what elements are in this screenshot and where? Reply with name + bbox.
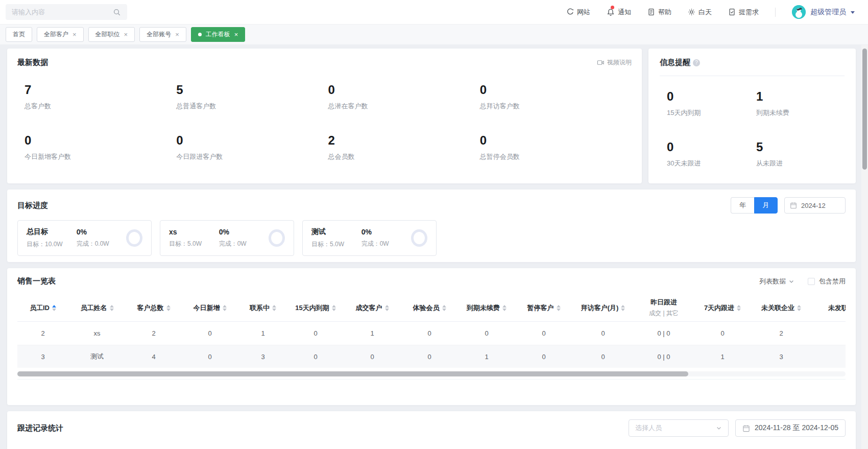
follow-up-stats-title: 跟进记录统计 — [17, 423, 63, 433]
include-disabled-option[interactable]: 包含禁用 — [808, 277, 846, 286]
col-employee-id[interactable]: 员工ID — [17, 303, 68, 313]
latest-stats: 7总客户数 5总普通客户数 0总潜在客户数 0总拜访客户数 0今日新增客户数 0… — [17, 83, 632, 161]
stat-normal-customers: 5总普通客户数 — [176, 83, 328, 111]
stat-never-followed: 5从未跟进 — [756, 140, 846, 168]
toggle-year-button[interactable]: 年 — [731, 197, 754, 214]
nav-website[interactable]: 网站 — [566, 8, 590, 17]
sales-overview-title: 销售一览表 — [17, 276, 56, 286]
user-menu[interactable]: 超级管理员 — [792, 5, 855, 19]
question-icon[interactable]: ? — [693, 59, 700, 66]
progress-ring — [269, 229, 285, 247]
stat-total-members: 2总会员数 — [328, 133, 480, 161]
divider — [660, 76, 845, 76]
search-box[interactable] — [6, 4, 127, 20]
request-doc-icon — [728, 8, 736, 16]
topbar: 网站 通知 帮助 白天 提需求 — [0, 0, 868, 24]
goal-item-test: 测试目标：5.0W 0%完成：0W — [302, 220, 437, 256]
active-dot — [198, 33, 202, 36]
info-reminder-title: 信息提醒 — [660, 58, 690, 67]
close-icon[interactable]: × — [124, 31, 128, 38]
col-paused-customers[interactable]: 暂停客户 — [516, 303, 572, 313]
video-guide-link[interactable]: 视频说明 — [597, 58, 632, 67]
stat-visit-customers: 0总拜访客户数 — [480, 83, 632, 111]
person-select[interactable]: 选择人员 — [629, 419, 729, 437]
goal-progress-card: 目标进度 年 月 2024-12 总目标目标：10.0W 0%完成：0.0W — [7, 190, 856, 262]
col-unposted[interactable]: 未发职 — [811, 303, 846, 313]
table-row[interactable]: 2 xs 2 0 1 0 1 0 0 0 0 0 | 0 0 2 — [17, 322, 846, 345]
goal-item-total: 总目标目标：10.0W 0%完成：0.0W — [17, 220, 152, 256]
col-contacting[interactable]: 联系中 — [238, 303, 288, 313]
stat-today-new: 0今日新增客户数 — [25, 133, 176, 161]
col-follow-7d[interactable]: 7天内跟进 — [693, 303, 752, 313]
table-row[interactable]: 3 测试 4 0 3 0 0 0 1 0 0 0 | 0 1 3 — [17, 345, 846, 368]
main-content: 最新数据 视频说明 7总客户数 5总普通客户数 0总潜在客户数 0总拜访客户数 … — [0, 45, 868, 449]
reminder-stats: 015天内到期 1到期未续费 030天未跟进 5从未跟进 — [660, 89, 845, 168]
vertical-scrollbar — [861, 45, 868, 449]
stat-today-followed: 0今日跟进客户数 — [176, 133, 328, 161]
col-yesterday-follow: 昨日跟进成交 | 其它 — [634, 298, 693, 318]
list-data-dropdown[interactable]: 列表数据 — [759, 277, 794, 286]
sales-overview-card: 销售一览表 列表数据 包含禁用 员工ID 员工姓名 客户总数 — [7, 268, 856, 405]
bell-icon — [607, 8, 615, 16]
col-expire-15d[interactable]: 15天内到期 — [288, 303, 343, 313]
avatar — [792, 5, 806, 19]
col-unlinked-company[interactable]: 未关联企业 — [752, 303, 811, 313]
tab-all-accounts[interactable]: 全部账号 × — [139, 27, 186, 42]
stat-potential-customers: 0总潜在客户数 — [328, 83, 480, 111]
nav-request[interactable]: 提需求 — [728, 8, 759, 17]
horizontal-scrollbar-thumb[interactable] — [17, 371, 688, 376]
crm-dashboard: 网站 通知 帮助 白天 提需求 — [0, 0, 868, 449]
vertical-scrollbar-thumb[interactable] — [862, 49, 867, 170]
latest-data-card: 最新数据 视频说明 7总客户数 5总普通客户数 0总潜在客户数 0总拜访客户数 … — [7, 49, 642, 183]
include-disabled-checkbox[interactable] — [808, 278, 815, 285]
topnav: 网站 通知 帮助 白天 提需求 — [566, 5, 855, 19]
date-range-picker[interactable]: 2024-11-28 至 2024-12-05 — [735, 419, 846, 437]
notification-badge — [611, 6, 614, 9]
toggle-month-button[interactable]: 月 — [754, 197, 778, 214]
nav-label: 帮助 — [658, 8, 671, 17]
latest-data-title: 最新数据 — [17, 58, 48, 67]
goal-item-xs: xs目标：5.0W 0%完成：0W — [160, 220, 294, 256]
close-icon[interactable]: × — [73, 31, 77, 38]
month-picker[interactable]: 2024-12 — [784, 197, 846, 214]
nav-theme-toggle[interactable]: 白天 — [688, 8, 712, 17]
col-today-new[interactable]: 今日新增 — [182, 303, 238, 313]
sales-table: 员工ID 员工姓名 客户总数 今日新增 联系中 15天内到期 成交客户 体验会员… — [17, 294, 846, 368]
video-icon — [597, 59, 605, 66]
col-trial-members[interactable]: 体验会员 — [401, 303, 457, 313]
horizontal-scrollbar — [17, 371, 846, 376]
col-total-customers[interactable]: 客户总数 — [126, 303, 182, 313]
user-name: 超级管理员 — [810, 8, 846, 17]
progress-ring — [126, 229, 142, 247]
calendar-icon — [790, 202, 797, 209]
nav-help[interactable]: 帮助 — [647, 8, 671, 17]
stat-no-follow-30d: 030天未跟进 — [667, 140, 756, 168]
stat-paused-members: 0总暂停会员数 — [480, 133, 632, 161]
sun-icon — [688, 8, 695, 16]
nav-label: 提需求 — [739, 8, 759, 17]
nav-notifications[interactable]: 通知 — [607, 8, 631, 17]
calendar-icon — [742, 424, 750, 432]
website-icon — [566, 8, 574, 16]
divider — [17, 379, 846, 380]
tab-all-positions[interactable]: 全部职位 × — [88, 27, 135, 42]
col-employee-name[interactable]: 员工姓名 — [68, 303, 126, 313]
col-visit-customers-month[interactable]: 拜访客户(月) — [572, 303, 634, 313]
col-closed-customers[interactable]: 成交客户 — [343, 303, 401, 313]
search-input[interactable] — [12, 8, 109, 16]
tab-home[interactable]: 首页 — [6, 27, 32, 42]
stat-expire-15d: 015天内到期 — [667, 89, 756, 117]
close-icon[interactable]: × — [234, 31, 238, 38]
follow-up-stats-card: 跟进记录统计 选择人员 2024-11-28 至 2024-12-05 — [7, 411, 856, 449]
tab-all-customers[interactable]: 全部客户 × — [37, 27, 84, 42]
stat-expired-unrenewed: 1到期未续费 — [756, 89, 846, 117]
tabbar: 首页 全部客户 × 全部职位 × 全部账号 × 工作看板 × — [0, 24, 868, 44]
col-expired-unrenewed[interactable]: 到期未续费 — [457, 303, 516, 313]
search-icon[interactable] — [113, 8, 121, 16]
goal-items: 总目标目标：10.0W 0%完成：0.0W xs目标：5.0W 0%完成：0W … — [17, 220, 846, 256]
tab-work-board[interactable]: 工作看板 × — [191, 27, 246, 42]
close-icon[interactable]: × — [175, 31, 179, 38]
progress-ring — [411, 229, 427, 247]
info-reminder-card: 信息提醒 ? 015天内到期 1到期未续费 030天未跟进 5从未跟进 — [648, 49, 856, 183]
goal-progress-title: 目标进度 — [17, 201, 48, 210]
